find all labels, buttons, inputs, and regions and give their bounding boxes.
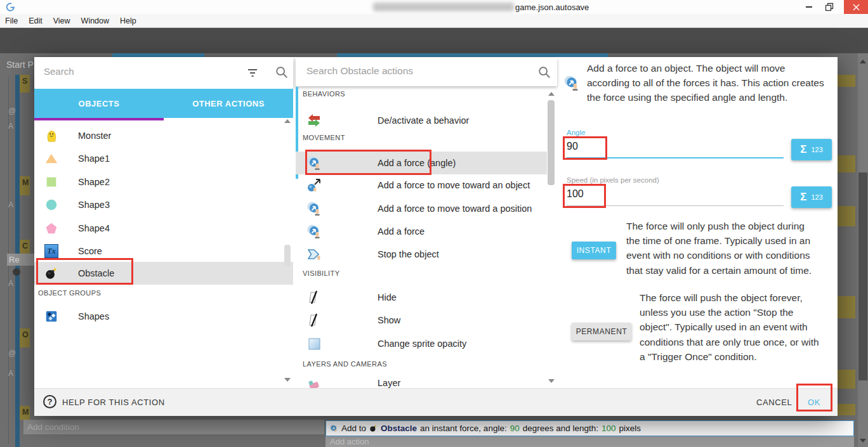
- ok-button[interactable]: OK: [808, 398, 820, 407]
- action-search-card: [296, 58, 557, 86]
- bomb-icon: [13, 268, 20, 276]
- group-row-shapes[interactable]: Shapes: [34, 305, 293, 328]
- restore-button[interactable]: [821, 0, 838, 14]
- event-header-edge: [838, 155, 855, 172]
- action-label: Show: [378, 315, 400, 325]
- object-label: Obstacle: [78, 268, 114, 278]
- add-action-placeholder[interactable]: Add action: [326, 436, 854, 447]
- scrollbar-thumb[interactable]: [858, 172, 867, 380]
- event-header: O: [20, 328, 30, 347]
- permanent-button[interactable]: PERMANENT: [572, 323, 631, 340]
- event-add-stub: A: [8, 200, 13, 209]
- object-row-shape3[interactable]: Shape3: [34, 193, 293, 216]
- object-row-shape4[interactable]: Shape4: [34, 217, 293, 240]
- behavior-icon: [306, 113, 322, 128]
- action-row-force-toward-object[interactable]: Add a force to move toward an object: [296, 174, 547, 197]
- search-icon[interactable]: [275, 65, 289, 79]
- action-row-show[interactable]: Show: [296, 309, 547, 332]
- cancel-button[interactable]: CANCEL: [756, 398, 792, 407]
- event-header-edge: [838, 296, 855, 318]
- speed-field-value[interactable]: 100: [567, 188, 776, 200]
- menu-window[interactable]: Window: [81, 16, 109, 25]
- scrollbar-thumb[interactable]: [548, 100, 555, 185]
- scroll-up-arrow[interactable]: [860, 60, 866, 63]
- instant-button[interactable]: INSTANT: [572, 242, 616, 259]
- selected-action-row[interactable]: Add to Obstacle an instant force, angle:…: [326, 420, 854, 436]
- action-label: Hide: [378, 292, 397, 302]
- menu-view[interactable]: View: [53, 16, 70, 25]
- object-search-card: [34, 57, 293, 89]
- action-label: Change sprite opacity: [378, 339, 466, 349]
- scroll-down-arrow[interactable]: [284, 378, 291, 382]
- scroll-up-arrow[interactable]: [548, 92, 555, 96]
- event-header-edge: [838, 370, 855, 389]
- search-icon[interactable]: [537, 65, 551, 79]
- close-button[interactable]: [844, 0, 868, 14]
- permanent-description-line: The force will push the object forever,: [640, 292, 803, 307]
- restore-icon: [825, 3, 834, 11]
- blurred-title-path: [373, 3, 514, 11]
- permanent-description-line: a "Trigger Once" condition.: [640, 351, 756, 366]
- object-group-icon: [44, 309, 58, 323]
- close-icon: [853, 4, 860, 11]
- object-row-monster[interactable]: Monster: [34, 124, 293, 147]
- speed-field-label: Speed (in pixels per second): [567, 176, 659, 184]
- angle-field-label: Angle: [567, 129, 585, 136]
- tab-other-actions[interactable]: OTHER ACTIONS: [164, 89, 293, 118]
- angle-expression-button[interactable]: Σ 123: [791, 139, 832, 160]
- action-label: Add a force (angle): [378, 158, 456, 168]
- force-icon: [563, 75, 580, 91]
- angle-field-value[interactable]: 90: [567, 141, 776, 152]
- event-header: C: [20, 240, 30, 254]
- action-row-change-opacity[interactable]: Change sprite opacity: [296, 332, 547, 355]
- action-row-add-force[interactable]: Add a force: [296, 220, 547, 243]
- menu-edit[interactable]: Edit: [29, 16, 43, 25]
- filter-icon[interactable]: [246, 67, 259, 79]
- event-header-edge: [838, 206, 855, 226]
- start-page-tab[interactable]: Start P: [6, 60, 34, 70]
- tab-objects[interactable]: OBJECTS: [34, 89, 164, 118]
- scroll-down-arrow[interactable]: [548, 379, 555, 383]
- object-row-obstacle-selected[interactable]: Obstacle: [34, 262, 293, 285]
- minimize-button[interactable]: [801, 0, 817, 14]
- action-label: De/activate a behavior: [378, 115, 469, 126]
- event-condition-row: Re: [7, 254, 34, 266]
- layer-icon: [306, 378, 322, 388]
- hide-icon: [306, 290, 322, 305]
- object-search-input[interactable]: [43, 65, 235, 77]
- event-header: M: [20, 406, 30, 420]
- window-title: game.json.autosave: [515, 3, 589, 12]
- action-row-hide[interactable]: Hide: [296, 286, 547, 309]
- event-header-edge: [838, 404, 855, 415]
- title-bar: game.json.autosave: [0, 0, 868, 14]
- square-icon: [44, 175, 58, 189]
- action-angle-value: 90: [510, 424, 520, 433]
- monster-icon: [44, 129, 58, 143]
- object-row-shape1[interactable]: Shape1: [34, 147, 293, 170]
- permanent-description-line: conditions that are only true once, or w…: [640, 337, 819, 351]
- menu-file[interactable]: File: [5, 16, 18, 25]
- scrollbar-thumb[interactable]: [284, 245, 291, 266]
- action-search-input[interactable]: [305, 65, 523, 77]
- add-condition-placeholder[interactable]: Add condition: [23, 420, 324, 434]
- toolbar: [0, 28, 868, 53]
- show-icon: [306, 313, 322, 328]
- action-row-stop-object[interactable]: Stop the object: [296, 243, 547, 266]
- action-row-force-toward-position[interactable]: Add a force to move toward a position: [296, 197, 547, 220]
- numbers-icon: 123: [811, 193, 822, 201]
- object-label: Shape3: [78, 200, 110, 210]
- object-row-shape2[interactable]: Shape2: [34, 171, 293, 193]
- scroll-down-arrow[interactable]: [860, 439, 866, 443]
- action-row-add-force-angle-selected[interactable]: Add a force (angle): [296, 152, 547, 174]
- action-label: Add a force to move toward a position: [378, 204, 532, 214]
- menu-help[interactable]: Help: [120, 16, 136, 25]
- action-row-layer[interactable]: Layer: [296, 377, 547, 388]
- speed-expression-button: Σ 123: [791, 186, 832, 208]
- object-tabs: OBJECTS OTHER ACTIONS: [34, 89, 293, 118]
- opacity-icon: [306, 336, 322, 351]
- object-row-score[interactable]: Tx Score: [34, 240, 293, 262]
- help-for-action-link[interactable]: HELP FOR THIS ACTION: [62, 398, 165, 407]
- action-label: Stop the object: [378, 249, 439, 259]
- action-row-deactivate-behavior[interactable]: De/activate a behavior: [296, 109, 547, 132]
- scroll-up-arrow[interactable]: [284, 119, 291, 123]
